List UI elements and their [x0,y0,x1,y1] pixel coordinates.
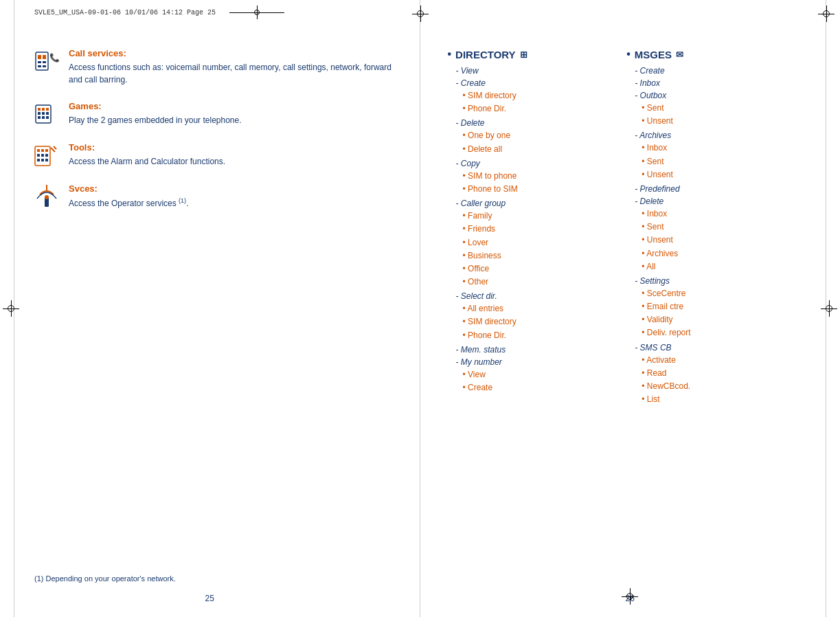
dir-view: View [453,66,627,76]
msg-validity: Validity [642,313,806,326]
msges-column: • MSGES ✉ Create Inbox Outbox Sent Unsen… [626,48,806,407]
games-icon [34,102,59,127]
msg-archives-sent: Sent [642,155,806,168]
tools-section: Tools: Access the Alarm and Calculator f… [34,142,392,168]
call-services-desc: Access functions such as: voicemail numb… [69,61,392,86]
msges-icon: ✉ [676,49,683,60]
msg-delete: Delete [632,197,806,206]
games-desc: Play the 2 games embedded in your teleph… [69,114,392,126]
msg-inbox: Inbox [632,78,806,88]
dir-create-subs: SIM directory Phone Dir. [463,89,627,115]
svg-rect-11 [46,108,49,111]
svg-line-29 [54,146,56,149]
svg-rect-2 [43,55,46,59]
right-content: • DIRECTORY ⊞ View Create SIM directory … [448,48,806,407]
dir-select-dir-subs: All entries SIM directory Phone Dir. [463,302,627,342]
call-services-text: Call services: Access functions such as:… [69,48,392,86]
dir-my-number: My number [453,357,627,367]
msg-delete-archives: Archives [642,247,806,260]
svg-rect-6 [43,65,46,67]
dir-copy-subs: SIM to phone Phone to SIM [463,170,627,196]
svg-rect-15 [38,116,41,119]
svg-rect-10 [42,108,45,111]
msg-settings: Settings [632,276,806,286]
msg-archives-inbox: Inbox [642,142,806,155]
dir-copy: Copy [453,159,627,168]
svg-rect-27 [45,159,48,161]
dir-lover: Lover [463,236,627,249]
middle-left-reg-mark [3,300,19,317]
dir-create: Create [453,78,627,88]
dir-my-number-subs: View Create [463,368,627,394]
file-info: SVLE5_UM_USA-09-01-06 10/01/06 14:12 Pag… [34,9,216,16]
games-text: Games: Play the 2 games embedded in your… [69,101,392,126]
msg-scecentre: SceCentre [642,287,806,300]
msg-settings-subs: SceCentre Email ctre Validity Deliv. rep… [642,287,806,340]
dir-friends: Friends [463,223,627,236]
svg-line-28 [51,148,55,152]
dir-sim-directory: SIM directory [463,89,627,102]
footnote-text: (1) Depending on your operator's network… [34,574,176,583]
svg-rect-23 [41,154,44,157]
call-services-icon: 📞 [34,49,59,74]
msg-deliv-report: Deliv. report [642,326,806,339]
msg-sms-cb: SMS CB [632,343,806,352]
svg-rect-3 [38,61,41,63]
msges-label: MSGES [635,49,672,60]
tools-icon [34,144,59,168]
msg-delete-sent: Sent [642,221,806,234]
svg-rect-21 [45,149,48,152]
msg-sent: Sent [642,102,806,115]
dir-mem-status: Mem. status [453,345,627,355]
directory-menu: View Create SIM directory Phone Dir. Del… [453,66,627,394]
svg-rect-5 [38,65,41,67]
call-services-title: Call services: [69,48,392,58]
msg-archives: Archives [632,131,806,140]
svg-rect-19 [37,149,40,152]
games-title: Games: [69,101,392,111]
top-reg-mark [412,5,429,22]
dir-family: Family [463,210,627,223]
dir-all-entries: All entries [463,302,627,315]
tools-text: Tools: Access the Alarm and Calculator f… [69,142,392,168]
directory-column: • DIRECTORY ⊞ View Create SIM directory … [448,48,627,407]
dir-delete-all: Delete all [463,143,627,156]
msges-title: • MSGES ✉ [626,48,806,60]
msg-newcbcod: NewCBcod. [642,380,806,393]
msg-delete-all: All [642,260,806,273]
svg-text:📞: 📞 [49,52,59,63]
svg-rect-24 [45,154,48,157]
msg-predefined: Predefined [632,184,806,194]
middle-right-reg-mark [821,300,837,317]
svg-rect-14 [46,112,49,115]
svg-point-31 [45,195,49,199]
dir-my-number-create: Create [463,381,627,394]
dir-caller-group: Caller group [453,199,627,208]
svg-rect-4 [43,61,46,63]
msges-menu: Create Inbox Outbox Sent Unsent Archives… [632,66,806,406]
msg-delete-unsent: Unsent [642,234,806,247]
msges-bullet: • [626,48,631,60]
msg-create: Create [632,66,806,76]
svces-icon [34,185,59,210]
svg-rect-16 [42,116,45,119]
tools-desc: Access the Alarm and Calculator function… [69,155,392,168]
svg-rect-20 [41,149,44,152]
tools-title: Tools: [69,142,392,153]
call-services-section: 📞 Call services: Access functions such a… [34,48,392,86]
directory-icon: ⊞ [520,49,527,60]
page-spread: SVLE5_UM_USA-09-01-06 10/01/06 14:12 Pag… [0,0,840,617]
msg-email-ctre: Email ctre [642,300,806,313]
left-content: 📞 Call services: Access functions such a… [34,48,392,210]
msg-activate: Activate [642,354,806,367]
msg-sms-cb-subs: Activate Read NewCBcod. List [642,354,806,407]
footnote: (1) Depending on your operator's network… [34,574,392,583]
dir-phone-dir-2: Phone Dir. [463,329,627,342]
svg-rect-1 [38,55,41,59]
file-header: SVLE5_UM_USA-09-01-06 10/01/06 14:12 Pag… [34,5,284,19]
msg-archives-subs: Inbox Sent Unsent [642,142,806,181]
svg-rect-0 [36,52,48,70]
dir-phone-dir: Phone Dir. [463,102,627,115]
svg-rect-12 [38,112,41,115]
svces-text: Svces: Access the Operator services (1). [69,183,392,210]
